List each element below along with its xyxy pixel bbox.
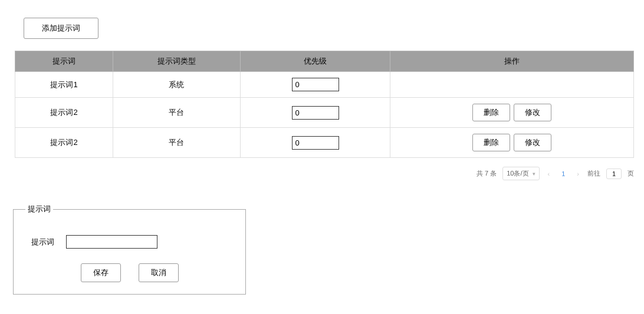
cell-type: 平台	[113, 128, 240, 158]
goto-label: 前往	[587, 169, 600, 178]
priority-input[interactable]	[292, 78, 339, 91]
cancel-button[interactable]: 取消	[139, 263, 179, 282]
cell-priority	[240, 128, 390, 158]
save-button[interactable]: 保存	[81, 263, 121, 282]
col-actions: 操作	[390, 51, 634, 72]
priority-input[interactable]	[292, 136, 339, 150]
prompt-table: 提示词 提示词类型 优先级 操作 提示词1系统提示词2平台删除修改提示词2平台删…	[15, 51, 634, 158]
table-row: 提示词1系统	[15, 72, 634, 98]
next-page-button[interactable]: ›	[574, 170, 581, 177]
cell-priority	[240, 72, 390, 98]
cell-type: 平台	[113, 98, 240, 128]
page-size-select[interactable]: 10条/页 ▾	[502, 167, 539, 180]
prev-page-button[interactable]: ‹	[546, 170, 553, 177]
cell-actions: 删除修改	[390, 128, 634, 158]
cell-prompt: 提示词2	[15, 128, 113, 158]
prompt-form: 提示词 提示词 保存 取消	[13, 204, 246, 295]
cell-prompt: 提示词2	[15, 98, 113, 128]
prompt-input[interactable]	[66, 235, 157, 249]
edit-button[interactable]: 修改	[514, 134, 551, 151]
delete-button[interactable]: 删除	[472, 134, 510, 151]
col-type: 提示词类型	[113, 51, 240, 72]
table-row: 提示词2平台删除修改	[15, 128, 634, 158]
page-size-label: 10条/页	[507, 169, 528, 178]
edit-button[interactable]: 修改	[514, 104, 551, 121]
priority-input[interactable]	[292, 106, 339, 120]
col-priority: 优先级	[240, 51, 390, 72]
cell-actions	[390, 72, 634, 98]
cell-actions: 删除修改	[390, 98, 634, 128]
chevron-down-icon: ▾	[533, 171, 535, 177]
pagination-total: 共 7 条	[477, 169, 497, 178]
delete-button[interactable]: 删除	[472, 104, 510, 121]
current-page[interactable]: 1	[558, 170, 569, 177]
form-label-prompt: 提示词	[31, 237, 54, 247]
cell-type: 系统	[113, 72, 240, 98]
cell-prompt: 提示词1	[15, 72, 113, 98]
col-prompt: 提示词	[15, 51, 113, 72]
form-legend: 提示词	[25, 204, 53, 214]
cell-priority	[240, 98, 390, 128]
goto-page-input[interactable]	[606, 168, 622, 179]
pagination: 共 7 条 10条/页 ▾ ‹ 1 › 前往 页	[15, 167, 634, 180]
add-prompt-button[interactable]: 添加提示词	[24, 18, 98, 39]
table-row: 提示词2平台删除修改	[15, 98, 634, 128]
page-suffix: 页	[627, 169, 634, 178]
